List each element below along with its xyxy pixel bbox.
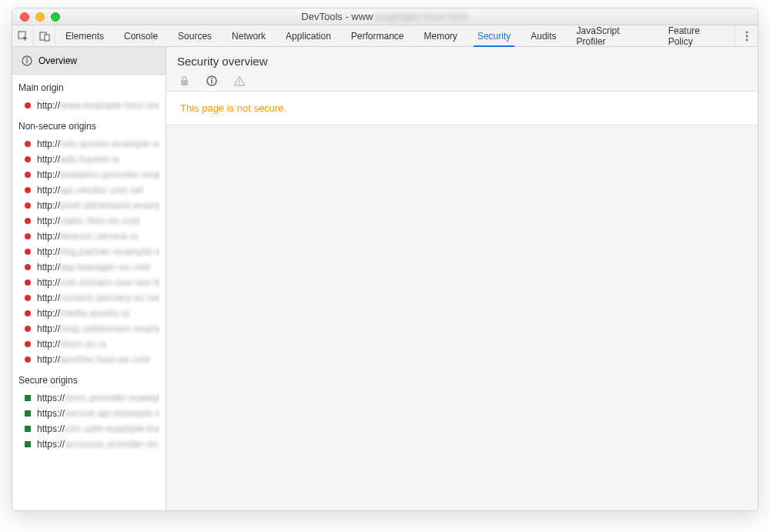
tab-network[interactable]: Network (222, 25, 276, 46)
origin-scheme: http:// (37, 308, 60, 319)
devtools-window: DevTools - www.example-host.test Element… (12, 8, 758, 511)
origin-item[interactable]: https://fonts.provider-example.com (12, 390, 166, 406)
origin-scheme: https:// (37, 439, 65, 450)
svg-rect-8 (26, 59, 27, 63)
tab-sources[interactable]: Sources (168, 25, 222, 46)
origin-item[interactable]: http://cdn-assets-example.net (12, 136, 166, 152)
origin-item[interactable]: http://analytics.provider-example.com (12, 167, 166, 182)
zoom-window-button[interactable] (51, 12, 60, 22)
tab-console[interactable]: Console (114, 25, 168, 46)
tab-javascript-profiler[interactable]: JavaScript Profiler (567, 25, 658, 46)
origin-scheme: http:// (37, 354, 60, 365)
titlebar: DevTools - www.example-host.test (12, 8, 758, 25)
tab-audits[interactable]: Audits (521, 25, 566, 46)
origin-item[interactable]: http://www.example-host.test (12, 98, 166, 113)
origin-item[interactable]: http://beacon.service.io (12, 229, 166, 244)
origin-scheme: http:// (37, 231, 60, 242)
origin-scheme: https:// (37, 408, 65, 419)
insecure-indicator-icon (25, 279, 31, 286)
origin-url: http://ads.tracker.io (37, 154, 120, 165)
inspect-element-icon[interactable] (12, 25, 34, 46)
origin-host: another.host-ex.com (60, 354, 151, 365)
svg-point-4 (745, 35, 748, 37)
secure-indicator-icon (25, 426, 31, 432)
origin-host: content.delivery-ex.net (60, 293, 159, 303)
tab-application[interactable]: Application (276, 25, 341, 46)
security-overview-header: Security overview (166, 47, 758, 91)
close-window-button[interactable] (20, 12, 29, 22)
security-sidebar: Overview Main origin http://www.example-… (12, 47, 166, 510)
device-toolbar-icon[interactable] (34, 25, 55, 46)
origin-scheme: http:// (37, 293, 60, 303)
origin-host: sub.domain-one-two-three.example (60, 277, 159, 288)
origin-scheme: http:// (37, 169, 60, 180)
origin-scheme: http:// (37, 339, 60, 350)
origin-url: http://img.partner-example.net (37, 246, 159, 257)
window-title-host: .example-host.test (373, 11, 468, 22)
origin-item[interactable]: http://short.ex.io (12, 336, 166, 352)
origin-host: analytics.provider-example.com (60, 169, 159, 180)
minimize-window-button[interactable] (35, 12, 45, 22)
sidebar-main-origin-header: Main origin (12, 75, 166, 98)
origin-item[interactable]: http://static.files-ex.com (12, 213, 166, 229)
security-main-panel: Security overview This page is not secur… (166, 47, 758, 510)
origin-url: http://content.delivery-ex.net (37, 293, 159, 303)
insecure-indicator-icon (25, 202, 31, 209)
origin-url: http://sub.domain-one-two-three.example (37, 277, 159, 288)
origin-item[interactable]: http://long.subdomain-example-host.org (12, 321, 166, 336)
origin-item[interactable]: http://another.host-ex.com (12, 352, 166, 367)
origin-item[interactable]: https://accounts.provider-ex.com (12, 437, 166, 452)
origin-url: http://pixel.adnetwork-example.org (37, 200, 159, 211)
origin-item[interactable]: https://secure.api-example-long.net (12, 406, 166, 421)
window-controls (12, 12, 60, 22)
origin-url: http://analytics.provider-example.com (37, 169, 159, 180)
sidebar-overview-item[interactable]: Overview (12, 47, 166, 75)
origin-host: secure.api-example-long.net (65, 408, 159, 419)
origin-host: tag.manager-ex.com (60, 262, 152, 273)
more-options-icon[interactable] (735, 25, 758, 46)
security-message-text: This page is not secure. (180, 102, 286, 114)
tab-memory[interactable]: Memory (414, 25, 467, 46)
svg-point-7 (26, 58, 28, 59)
origin-url: http://media.assets.io (37, 308, 130, 319)
tab-performance[interactable]: Performance (341, 25, 414, 46)
origin-item[interactable]: http://sub.domain-one-two-three.example (12, 275, 166, 290)
devtools-tabbar: ElementsConsoleSourcesNetworkApplication… (12, 25, 758, 47)
origin-scheme: http:// (37, 262, 60, 273)
svg-point-11 (211, 78, 213, 79)
warning-triangle-icon[interactable] (234, 75, 245, 86)
origin-scheme: http:// (37, 323, 60, 334)
origin-scheme: http:// (37, 277, 60, 288)
origin-item[interactable]: http://api.vendor-one.net (12, 182, 166, 198)
svg-rect-9 (181, 80, 188, 85)
origin-item[interactable]: http://img.partner-example.net (12, 244, 166, 259)
insecure-indicator-icon (25, 264, 31, 270)
tab-feature-policy[interactable]: Feature Policy (658, 25, 735, 46)
window-title: DevTools - www.example-host.test (12, 11, 758, 22)
origin-url: http://long.subdomain-example-host.org (37, 323, 159, 334)
insecure-indicator-icon (25, 156, 31, 162)
origin-url: http://short.ex.io (37, 339, 107, 350)
info-icon (22, 55, 32, 66)
origin-item[interactable]: http://content.delivery-ex.net (12, 290, 166, 306)
tab-security[interactable]: Security (467, 25, 521, 46)
origin-host: media.assets.io (60, 308, 130, 319)
lock-icon[interactable] (179, 75, 189, 86)
origin-item[interactable]: http://pixel.adnetwork-example.org (12, 198, 166, 213)
origin-item[interactable]: https://cdn.safe-example-host.io (12, 421, 166, 437)
origin-host: www.example-host.test (60, 100, 159, 111)
origin-host: static.files-ex.com (60, 216, 141, 226)
insecure-indicator-icon (25, 310, 31, 316)
panel-tabs: ElementsConsoleSourcesNetworkApplication… (55, 25, 735, 46)
origin-host: long.subdomain-example-host.org (60, 323, 159, 334)
tab-elements[interactable]: Elements (55, 25, 114, 46)
origin-item[interactable]: http://tag.manager-ex.com (12, 259, 166, 275)
origin-scheme: http:// (37, 139, 60, 149)
origin-url: http://api.vendor-one.net (37, 185, 144, 196)
secure-indicator-icon (25, 395, 31, 401)
info-status-icon[interactable] (206, 75, 217, 86)
origin-scheme: https:// (37, 393, 65, 403)
origin-item[interactable]: http://media.assets.io (12, 306, 166, 321)
origin-host: beacon.service.io (60, 231, 139, 242)
origin-item[interactable]: http://ads.tracker.io (12, 152, 166, 167)
